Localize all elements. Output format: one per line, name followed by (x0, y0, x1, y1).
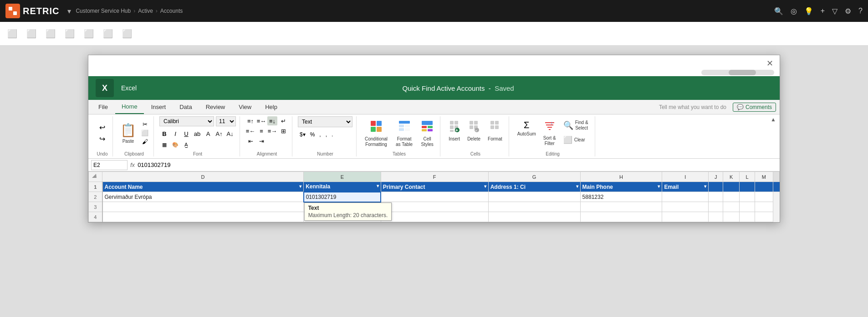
cell-H2[interactable]: 5881232 (580, 192, 662, 202)
insert-button[interactable]: + Insert (446, 118, 463, 144)
cell-D3[interactable] (102, 202, 304, 212)
align-right-button[interactable]: ≡→ (267, 126, 277, 135)
cell-K4[interactable] (723, 212, 740, 222)
header-dropdown-arrow-4[interactable]: ▾ (576, 184, 578, 189)
cell-H4[interactable] (580, 212, 662, 222)
paste-button[interactable]: 📋 Paste (118, 122, 138, 145)
formula-input[interactable] (138, 161, 777, 168)
wrap-text-button[interactable]: ↵ (278, 116, 288, 125)
copy-button[interactable]: ⬜ (140, 129, 150, 137)
font-name-select[interactable]: Calibri (159, 116, 214, 126)
font-size-select[interactable]: 11 (216, 116, 236, 126)
cell-H3[interactable] (580, 202, 662, 212)
help-icon[interactable]: ? (858, 7, 863, 15)
redo-button[interactable]: ↪ (97, 134, 107, 144)
scroll-track[interactable] (701, 70, 774, 75)
toolbar-icon-6[interactable]: ⬜ (103, 29, 113, 39)
breadcrumb-item-3[interactable]: Accounts (160, 8, 183, 14)
cell-L2[interactable] (740, 192, 755, 202)
autosum-button[interactable]: Σ AutoSum (515, 118, 539, 139)
align-middle-button[interactable]: ≡↔ (256, 116, 266, 125)
conditional-formatting-button[interactable]: ConditionalFormatting (362, 118, 390, 149)
col-header-M[interactable]: M (755, 172, 773, 182)
fill-color-button[interactable]: 🎨 (170, 140, 180, 150)
breadcrumb-item-1[interactable]: Customer Service Hub (76, 8, 131, 14)
toolbar-icon-7[interactable]: ⬜ (122, 29, 132, 39)
align-center-button[interactable]: ≡ (256, 126, 266, 135)
strikethrough-button[interactable]: ab (192, 129, 202, 139)
col-header-F[interactable]: F (381, 172, 488, 182)
align-left-button[interactable]: ≡← (245, 126, 255, 135)
cell-D4[interactable] (102, 212, 304, 222)
align-bottom-button[interactable]: ≡↓ (267, 116, 277, 125)
underline-button[interactable]: U (181, 129, 191, 139)
clear-button[interactable]: ⬜ Clear (561, 134, 591, 146)
cell-I2[interactable] (662, 192, 709, 202)
header-dropdown-arrow-2[interactable]: ▾ (377, 183, 379, 188)
breadcrumb-item-2[interactable]: Active (138, 8, 153, 14)
cell-K2[interactable] (723, 192, 740, 202)
tab-review[interactable]: Review (199, 100, 232, 114)
cell-L3[interactable] (740, 202, 755, 212)
col-header-L[interactable]: L (740, 172, 755, 182)
search-nav-icon[interactable]: 🔍 (774, 7, 783, 16)
format-cells-button[interactable]: Format (485, 118, 505, 144)
format-painter-button[interactable]: 🖌 (140, 138, 150, 146)
cell-M2[interactable] (755, 192, 773, 202)
cell-D2[interactable]: Gervimaður Evrópa (102, 192, 304, 202)
dec-increase-button[interactable]: , (324, 130, 329, 139)
add-icon[interactable]: + (821, 7, 825, 15)
indent-decrease-button[interactable]: ⇤ (245, 136, 255, 146)
font-size-decrease-button[interactable]: A↓ (225, 129, 235, 139)
bold-button[interactable]: B (159, 129, 169, 139)
cell-F3[interactable] (381, 202, 488, 212)
header-main-phone[interactable]: Main Phone ▾ (580, 182, 662, 192)
header-primary-contact[interactable]: Primary Contact ▾ (381, 182, 488, 192)
cell-K3[interactable] (723, 202, 740, 212)
col-header-D[interactable]: D (102, 172, 304, 182)
tab-data[interactable]: Data (173, 100, 198, 114)
cell-J3[interactable] (709, 202, 723, 212)
cell-G3[interactable] (488, 202, 580, 212)
italic-button[interactable]: I (170, 129, 180, 139)
header-dropdown-arrow-3[interactable]: ▾ (484, 184, 486, 189)
nav-dropdown[interactable]: ▾ (67, 7, 71, 16)
highlight-button[interactable]: A̲ (181, 140, 191, 150)
cell-G2[interactable] (488, 192, 580, 202)
col-header-I[interactable]: I (662, 172, 709, 182)
ribbon-collapse-button[interactable]: ▲ (771, 116, 776, 123)
header-address[interactable]: Address 1: Ci ▾ (488, 182, 580, 192)
align-top-button[interactable]: ≡↑ (245, 116, 255, 125)
merge-button[interactable]: ⊞ (278, 126, 288, 135)
toolbar-icon-5[interactable]: ⬜ (84, 29, 94, 39)
delete-button[interactable]: - Delete (465, 118, 483, 144)
cell-F2[interactable] (381, 192, 488, 202)
find-select-button[interactable]: 🔍 Find &Select (561, 118, 591, 133)
col-header-H[interactable]: H (580, 172, 662, 182)
number-format-select[interactable]: Text (298, 116, 352, 127)
tab-view[interactable]: View (232, 100, 258, 114)
window-close-button[interactable]: ✕ (764, 58, 775, 69)
cell-G4[interactable] (488, 212, 580, 222)
toolbar-icon-3[interactable]: ⬜ (46, 29, 56, 39)
col-header-G[interactable]: G (488, 172, 580, 182)
font-size-increase-button[interactable]: A↑ (214, 129, 224, 139)
format-as-table-button[interactable]: Formatas Table (393, 118, 415, 149)
bulb-icon[interactable]: 💡 (804, 7, 813, 16)
cell-E2[interactable]: 0101302719 Text Maximum Length: 20 chara… (304, 192, 381, 202)
comma-button[interactable]: , (317, 130, 322, 139)
header-dropdown-arrow-5[interactable]: ▾ (658, 184, 660, 189)
cell-J4[interactable] (709, 212, 723, 222)
settings-icon[interactable]: ⚙ (845, 7, 851, 16)
filter-nav-icon[interactable]: ▽ (832, 7, 837, 16)
percent-button[interactable]: % (308, 130, 317, 139)
header-dropdown-arrow-6[interactable]: ▾ (704, 184, 706, 189)
currency-button[interactable]: $▾ (298, 130, 307, 139)
tab-help[interactable]: Help (259, 100, 284, 114)
toolbar-icon-1[interactable]: ⬜ (7, 29, 17, 39)
col-header-E[interactable]: E (304, 172, 381, 182)
cell-styles-button[interactable]: CellStyles (418, 118, 436, 149)
toolbar-icon-4[interactable]: ⬜ (65, 29, 75, 39)
font-color-button[interactable]: A (203, 129, 213, 139)
borders-button[interactable]: ▦ (159, 140, 169, 150)
